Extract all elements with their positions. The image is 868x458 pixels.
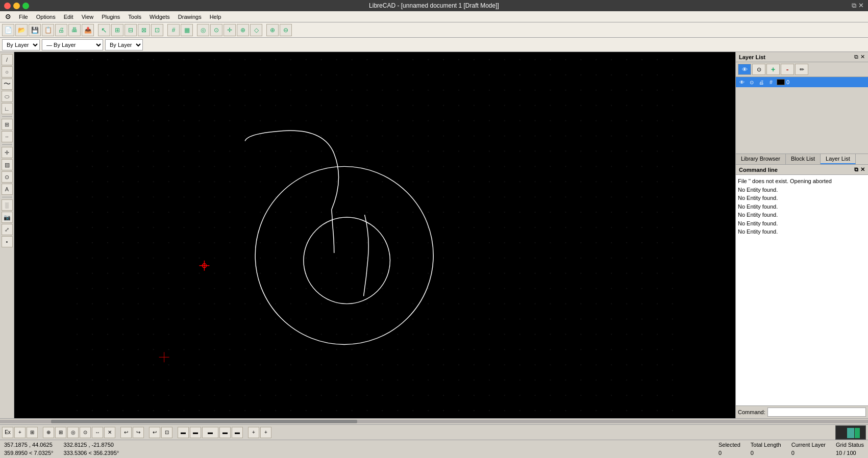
nav-widget[interactable] <box>835 425 866 440</box>
pan-button[interactable]: ↩ <box>149 427 160 438</box>
circle-tool-button[interactable]: ○ <box>2 66 13 78</box>
point-tool-button[interactable]: • <box>2 236 13 247</box>
dimension-tool-button[interactable]: ↔ <box>2 131 13 142</box>
grid-snap-button[interactable]: ⊞ <box>27 427 38 438</box>
menu-plugins[interactable]: Plugins <box>97 13 124 21</box>
snap-center-button[interactable]: ⊕ <box>237 24 249 36</box>
layer-row[interactable]: 👁 ⊙ 🖨 # 0 <box>736 77 868 87</box>
zoom-out-button[interactable]: ⊖ <box>280 24 292 36</box>
scrollbar-thumb[interactable] <box>51 420 357 423</box>
menu-tools[interactable]: Tools <box>124 13 145 21</box>
toolbar-separator-3 <box>2 197 12 197</box>
tab-block-list[interactable]: Block List <box>786 154 821 164</box>
ellipse-tool-button[interactable]: ⬭ <box>2 91 13 102</box>
new-button[interactable]: 📄 <box>2 24 14 36</box>
ex-button[interactable]: Ex <box>2 427 13 438</box>
lineweight-select[interactable]: — By Layer <box>42 39 103 50</box>
snap-nearest-button[interactable]: ◇ <box>250 24 262 36</box>
close-button[interactable] <box>4 3 11 9</box>
command-output-line-3: No Entity found. <box>738 194 866 202</box>
command-line-close-icon[interactable]: ✕ <box>860 166 865 173</box>
select-intersect-button[interactable]: ⊠ <box>138 24 150 36</box>
maximize-button[interactable] <box>22 3 29 9</box>
menu-widgets[interactable]: Widgets <box>145 13 174 21</box>
window-select-button[interactable]: ⊞ <box>111 24 123 36</box>
snap-grid-button[interactable]: ⊞ <box>55 427 66 438</box>
layer-list-close-icon[interactable]: ✕ <box>860 54 865 60</box>
rel-coord-button[interactable]: + <box>248 427 259 438</box>
command-input[interactable] <box>767 408 866 417</box>
add-snap-button[interactable]: + <box>14 427 26 438</box>
redo-button[interactable]: ↪ <box>133 427 144 438</box>
layer-print-icon[interactable]: 🖨 <box>757 78 765 86</box>
layer-snap-icon[interactable]: # <box>767 78 775 86</box>
open-button[interactable]: 📂 <box>15 24 28 36</box>
line-style-1-button[interactable]: ▬ <box>178 427 189 438</box>
canvas-area[interactable] <box>14 52 735 418</box>
print-preview-button[interactable]: 🖨 <box>55 24 67 36</box>
zoom-fit-button[interactable]: ⊡ <box>161 427 172 438</box>
line-style-2-button[interactable]: ▬ <box>190 427 201 438</box>
window-restore-icon[interactable]: ⧉ <box>852 2 856 10</box>
camera-tool-button[interactable]: 📷 <box>2 212 13 223</box>
layer-tool-button[interactable]: A <box>2 184 13 195</box>
undo-button[interactable]: ↩ <box>120 427 132 438</box>
export-button[interactable]: 📤 <box>82 24 94 36</box>
tab-layer-list[interactable]: Layer List <box>821 154 856 164</box>
deselect-intersect-button[interactable]: ⊡ <box>151 24 163 36</box>
zoom-in-button[interactable]: ⊕ <box>266 24 279 36</box>
save-button[interactable]: 💾 <box>29 24 41 36</box>
menu-help[interactable]: Help <box>206 13 226 21</box>
deselect-button[interactable]: ⊟ <box>125 24 137 36</box>
snap-intersection-button[interactable]: ✛ <box>224 24 236 36</box>
abs-coord-button[interactable]: + <box>260 427 271 438</box>
menu-options[interactable]: Options <box>32 13 60 21</box>
snap-midpoint-button[interactable]: ⊙ <box>210 24 222 36</box>
minimize-button[interactable] <box>13 3 20 9</box>
menu-drawings[interactable]: Drawings <box>174 13 206 21</box>
tab-library-browser[interactable]: Library Browser <box>736 154 786 164</box>
hide-all-layers-button[interactable]: ⊙ <box>752 64 765 75</box>
linetype-select[interactable]: By Layer <box>105 39 143 50</box>
menu-logo[interactable]: ⊙ <box>1 12 15 21</box>
layer-color-box[interactable] <box>777 79 785 85</box>
edit-layer-button[interactable]: ✏ <box>795 64 808 75</box>
command-label: Command: <box>738 409 765 415</box>
window-close-icon[interactable]: ✕ <box>858 2 864 10</box>
snap-free-button[interactable]: ⊕ <box>43 427 54 438</box>
menu-edit[interactable]: Edit <box>60 13 78 21</box>
line-style-3-button[interactable]: ▬ <box>202 427 218 438</box>
layer-list-float-icon[interactable]: ⧉ <box>854 54 858 60</box>
print-button[interactable]: 🖶 <box>68 24 81 36</box>
snap-x-button[interactable]: ✕ <box>104 427 115 438</box>
line-tool-button[interactable]: / <box>2 54 13 65</box>
layer-visible-icon[interactable]: 👁 <box>738 78 746 86</box>
line-style-4-button[interactable]: ▬ <box>219 427 231 438</box>
color-select[interactable]: By Layer <box>2 39 40 50</box>
add-layer-button[interactable]: + <box>766 64 780 75</box>
polyline-tool-button[interactable]: ∟ <box>2 103 13 114</box>
snap-midpoint-bot-button[interactable]: ⊙ <box>80 427 91 438</box>
hatch-tool-button[interactable]: ▨ <box>2 159 13 170</box>
save-as-button[interactable]: 📋 <box>42 24 54 36</box>
insert-tool-button[interactable]: ⊞ <box>2 119 13 130</box>
line-style-5-button[interactable]: ▬ <box>232 427 243 438</box>
layer-locked-icon[interactable]: ⊙ <box>748 78 756 86</box>
select-button[interactable]: ↖ <box>98 24 110 36</box>
info-tool-button[interactable]: ⊙ <box>2 171 13 183</box>
draft-button[interactable]: ▦ <box>181 24 193 36</box>
snap-dist-button[interactable]: ↔ <box>92 427 103 438</box>
remove-layer-button[interactable]: - <box>781 64 794 75</box>
show-all-layers-button[interactable]: 👁 <box>738 64 751 75</box>
horizontal-scrollbar[interactable] <box>0 418 868 424</box>
command-line-float-icon[interactable]: ⧉ <box>854 166 858 173</box>
menu-file[interactable]: File <box>15 13 32 21</box>
snap-endpoint-bot-button[interactable]: ◎ <box>67 427 79 438</box>
move2-tool-button[interactable]: ⤢ <box>2 224 13 235</box>
menu-view[interactable]: View <box>78 13 98 21</box>
curve-tool-button[interactable]: 〜 <box>2 79 13 90</box>
grid-button[interactable]: # <box>167 24 180 36</box>
move-tool-button[interactable]: ✛ <box>2 147 13 158</box>
hatch2-tool-button[interactable]: ░ <box>2 199 13 211</box>
snap-endpoint-button[interactable]: ◎ <box>197 24 209 36</box>
